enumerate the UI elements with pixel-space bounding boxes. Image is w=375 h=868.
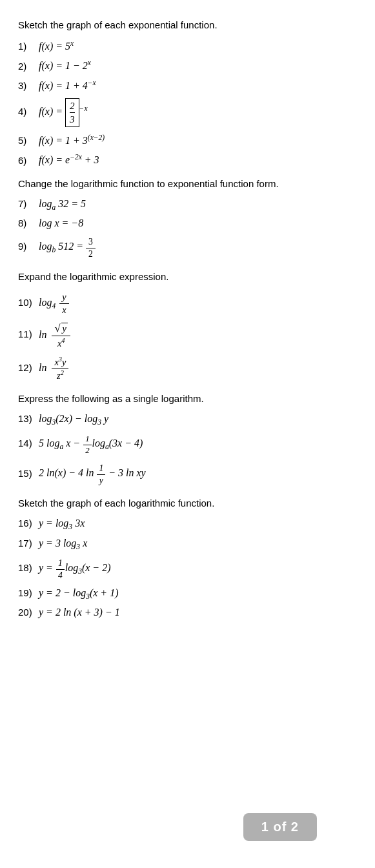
problem-expr-7: loga 32 = 5 bbox=[39, 198, 86, 211]
problem-num-3: 3) bbox=[18, 80, 39, 91]
problem-19: 19) y = 2 − log3(x + 1) bbox=[18, 587, 357, 600]
problem-14: 14) 5 loga x − 1 2 loga(3x − 4) bbox=[18, 432, 357, 456]
page-badge: 1 of 2 bbox=[243, 813, 317, 841]
problem-expr-18: y = 1 4 log3(x − 2) bbox=[39, 557, 110, 581]
problem-20: 20) y = 2 ln (x + 3) − 1 bbox=[18, 607, 357, 618]
problem-num-14: 14) bbox=[18, 438, 39, 449]
problem-expr-6: f(x) = e−2x + 3 bbox=[39, 153, 99, 166]
problem-num-9: 9) bbox=[18, 241, 39, 252]
problem-11: 11) ln √y x4 bbox=[18, 322, 357, 349]
problem-expr-10: log4 y x bbox=[39, 291, 69, 316]
problem-expr-19: y = 2 − log3(x + 1) bbox=[39, 587, 118, 600]
problem-18: 18) y = 1 4 log3(x − 2) bbox=[18, 557, 357, 581]
section-heading-log-to-exp: Change the logarithmic function to expon… bbox=[18, 178, 357, 189]
problem-num-18: 18) bbox=[18, 562, 39, 573]
section-heading-single-log: Express the following as a single logari… bbox=[18, 393, 357, 404]
problem-expr-14: 5 loga x − 1 2 loga(3x − 4) bbox=[39, 432, 143, 456]
problem-expr-1: f(x) = 5x bbox=[39, 39, 74, 52]
problem-10: 10) log4 y x bbox=[18, 291, 357, 316]
problem-num-12: 12) bbox=[18, 362, 39, 373]
section-heading-log-graph: Sketch the graph of each logarithmic fun… bbox=[18, 498, 357, 509]
problem-expr-5: f(x) = 1 + 3(x−2) bbox=[39, 134, 105, 146]
problem-num-11: 11) bbox=[18, 328, 39, 339]
problem-expr-13: log3(2x) − log3 y bbox=[39, 413, 108, 426]
problem-17: 17) y = 3 log3 x bbox=[18, 538, 357, 550]
problem-num-17: 17) bbox=[18, 538, 39, 549]
problem-expr-12: ln x3y z2 bbox=[39, 356, 68, 382]
problem-8: 8) log x = −8 bbox=[18, 217, 357, 229]
problem-expr-8: log x = −8 bbox=[39, 217, 83, 229]
problem-15: 15) 2 ln(x) − 4 ln 1 y − 3 ln xy bbox=[18, 462, 357, 486]
problem-list-expand: 10) log4 y x 11) ln √y bbox=[18, 291, 357, 381]
problem-num-16: 16) bbox=[18, 518, 39, 529]
problem-9: 9) logb 512 = 3 2 bbox=[18, 236, 357, 259]
problem-list-log-to-exp: 7) loga 32 = 5 8) log x = −8 9) logb 512… bbox=[18, 198, 357, 259]
problem-expr-15: 2 ln(x) − 4 ln 1 y − 3 ln xy bbox=[39, 462, 146, 486]
section-heading-expand: Expand the logarithmic expression. bbox=[18, 271, 357, 282]
problem-expr-17: y = 3 log3 x bbox=[39, 538, 87, 550]
problem-13: 13) log3(2x) − log3 y bbox=[18, 413, 357, 426]
problem-expr-9: logb 512 = 3 2 bbox=[39, 236, 96, 259]
section-heading-exponential: Sketch the graph of each exponential fun… bbox=[18, 19, 357, 30]
problem-num-1: 1) bbox=[18, 41, 39, 52]
problem-expr-20: y = 2 ln (x + 3) − 1 bbox=[39, 607, 120, 618]
problem-expr-11: ln √y x4 bbox=[39, 322, 70, 349]
problem-num-5: 5) bbox=[18, 135, 39, 146]
problem-num-13: 13) bbox=[18, 413, 39, 424]
problem-6: 6) f(x) = e−2x + 3 bbox=[18, 153, 357, 166]
problem-1: 1) f(x) = 5x bbox=[18, 39, 357, 52]
problem-3: 3) f(x) = 1 + 4−x bbox=[18, 79, 357, 92]
problem-list-exponential: 1) f(x) = 5x 2) f(x) = 1 − 2x 3) f(x) = … bbox=[18, 39, 357, 167]
problem-num-4: 4) bbox=[18, 106, 39, 117]
problem-num-6: 6) bbox=[18, 155, 39, 166]
problem-12: 12) ln x3y z2 bbox=[18, 356, 357, 382]
problem-5: 5) f(x) = 1 + 3(x−2) bbox=[18, 134, 357, 146]
problem-list-single-log: 13) log3(2x) − log3 y 14) 5 loga x − 1 2… bbox=[18, 413, 357, 486]
problem-num-10: 10) bbox=[18, 297, 39, 308]
problem-7: 7) loga 32 = 5 bbox=[18, 198, 357, 211]
problem-expr-4: f(x) = 2 3 −x bbox=[39, 98, 88, 127]
problem-num-19: 19) bbox=[18, 587, 39, 598]
problem-num-7: 7) bbox=[18, 198, 39, 209]
problem-num-20: 20) bbox=[18, 607, 39, 618]
problem-expr-3: f(x) = 1 + 4−x bbox=[39, 79, 96, 92]
problem-2: 2) f(x) = 1 − 2x bbox=[18, 59, 357, 72]
problem-num-2: 2) bbox=[18, 61, 39, 72]
problem-list-log-graph: 16) y = log3 3x 17) y = 3 log3 x 18) y =… bbox=[18, 518, 357, 618]
problem-expr-16: y = log3 3x bbox=[39, 518, 85, 530]
problem-4: 4) f(x) = 2 3 −x bbox=[18, 98, 357, 127]
problem-num-8: 8) bbox=[18, 217, 39, 228]
problem-expr-2: f(x) = 1 − 2x bbox=[39, 59, 91, 72]
problem-16: 16) y = log3 3x bbox=[18, 518, 357, 530]
problem-num-15: 15) bbox=[18, 468, 39, 479]
